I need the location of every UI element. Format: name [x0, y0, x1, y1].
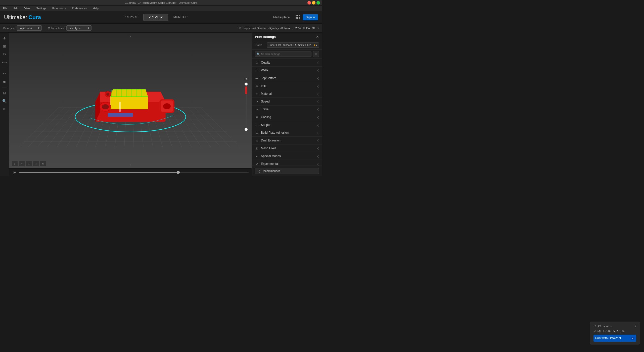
view-type-label: View type [3, 27, 15, 30]
menu-edit[interactable]: Edit [13, 6, 19, 10]
corner-icon-layers[interactable]: ≡ [19, 161, 25, 166]
settings-section-cooling: ❄ Cooling ❮ [252, 113, 322, 121]
menu-settings[interactable]: Settings [35, 6, 47, 10]
svg-point-12 [163, 103, 171, 109]
minimize-btn[interactable] [312, 1, 315, 5]
section-icon-top-bottom: ▬ [255, 76, 259, 80]
chevron-icon-speed: ❮ [317, 100, 319, 103]
toolbar-divider-1 [45, 26, 45, 31]
on-icon: ⊕ [303, 26, 305, 30]
corner-icon-upload[interactable]: ⬆ [33, 161, 39, 166]
search-settings-input[interactable] [261, 53, 310, 56]
tool-pen[interactable]: ✏ [1, 106, 8, 113]
nav-arrow-down[interactable]: ▼ [129, 164, 132, 166]
slider-red-indicator [245, 87, 247, 94]
tool-separator-2 [2, 87, 7, 87]
off-value: Off [312, 27, 315, 30]
view-type-select[interactable]: Layer view ▾ [17, 25, 42, 31]
signin-button[interactable]: Sign in [303, 14, 318, 20]
maximize-btn[interactable] [316, 1, 320, 5]
timeline-progress-bar[interactable] [19, 172, 249, 173]
section-label-infill: Infill [261, 84, 315, 88]
chevron-left-icon: ❮ [258, 170, 260, 172]
print-bar: ⚙ Super Fast Standa...d Quality - 0.2mm … [239, 26, 319, 30]
tool-undo[interactable]: ↩ [1, 70, 8, 77]
corner-icons: ⌂ ≡ ◫ ⬆ ⚙ [12, 161, 46, 166]
settings-section-header-infill[interactable]: ◈ Infill ❮ [252, 82, 322, 90]
tab-prepare[interactable]: PREPARE [119, 14, 143, 21]
settings-section-header-cooling[interactable]: ❄ Cooling ❮ [252, 113, 322, 121]
timeline-play-btn[interactable]: ▶ [12, 170, 17, 175]
recommended-button[interactable]: ❮ Recommended [255, 168, 319, 174]
titlebar: CE3PRO_Cr Touch Mount Sprite Extruder - … [0, 0, 322, 6]
svg-point-9 [102, 104, 109, 109]
timeline-handle[interactable] [177, 171, 180, 174]
section-icon-walls: ▭ [255, 68, 259, 72]
panel-title: Print settings [255, 35, 276, 39]
tab-preview[interactable]: PREVIEW [143, 14, 168, 21]
layer-slider-track[interactable] [246, 82, 247, 132]
tab-monitor[interactable]: MONITOR [168, 14, 193, 21]
section-label-travel: Travel [261, 108, 315, 111]
settings-section-build-plate-adhesion: ⊞ Build Plate Adhesion ❮ [252, 129, 322, 137]
corner-icon-camera[interactable]: ◫ [26, 161, 32, 166]
settings-section-header-walls[interactable]: ▭ Walls ❮ [252, 67, 322, 74]
tool-scale[interactable]: ⊞ [1, 43, 8, 50]
nav-tabs: PREPARE PREVIEW MONITOR [119, 14, 193, 21]
tool-mirror[interactable]: ⟺ [1, 59, 8, 66]
tool-move[interactable]: ✛ [1, 35, 8, 42]
apps-icon[interactable] [296, 15, 300, 19]
settings-section-special-modes: ★ Special Modes ❮ [252, 152, 322, 160]
settings-section-header-travel[interactable]: ⇢ Travel ❮ [252, 106, 322, 113]
logo: Ultimaker Cura [4, 14, 41, 21]
settings-section-support: ⊥ Support ❮ [252, 121, 322, 129]
section-label-mesh-fixes: Mesh Fixes [261, 146, 315, 150]
color-scheme-select[interactable]: Line Type ▾ [66, 25, 91, 31]
marketplace-button[interactable]: Marketplace [270, 15, 293, 20]
slider-thumb-bottom[interactable] [245, 128, 248, 131]
settings-section-header-mesh-fixes[interactable]: ◎ Mesh Fixes ❮ [252, 144, 322, 152]
corner-icon-settings2[interactable]: ⚙ [40, 161, 46, 166]
settings-section-header-support[interactable]: ⊥ Support ❮ [252, 121, 322, 129]
settings-section-header-build-plate-adhesion[interactable]: ⊞ Build Plate Adhesion ❮ [252, 129, 322, 136]
color-scheme-label: Color scheme [48, 27, 65, 30]
section-icon-special-modes: ★ [255, 154, 259, 158]
corner-icon-home[interactable]: ⌂ [12, 161, 18, 166]
settings-section-infill: ◈ Infill ❮ [252, 82, 322, 90]
chevron-down-icon-3[interactable]: ▾ [317, 26, 319, 30]
settings-section-speed: ⟳ Speed ❮ [252, 98, 322, 106]
settings-section-header-quality[interactable]: ⬡ Quality ❮ [252, 59, 322, 66]
3d-model-svg [70, 74, 191, 134]
brand-ultimaker: Ultimaker [4, 14, 27, 21]
section-label-material: Material [261, 92, 315, 95]
print-settings-panel: Print settings ✕ Profile Super Fast Stan… [252, 33, 322, 176]
settings-section-header-speed[interactable]: ⟳ Speed ❮ [252, 98, 322, 105]
settings-section-header-dual-extrusion[interactable]: ⊛ Dual Extrusion ❮ [252, 137, 322, 144]
section-icon-support: ⊥ [255, 123, 259, 127]
slider-thumb-top[interactable] [245, 83, 248, 86]
menu-view[interactable]: View [23, 6, 31, 10]
filter-button[interactable]: ≡ [313, 51, 319, 57]
tool-rotate[interactable]: ↻ [1, 51, 8, 58]
menu-help[interactable]: Help [92, 6, 100, 10]
profile-select[interactable]: Super Fast Standard (LA) Sprite EX 2.0..… [267, 42, 319, 48]
print-off-bar: Off [312, 27, 315, 30]
settings-section-header-material[interactable]: ○ Material ❮ [252, 90, 322, 97]
settings-section-header-experimental[interactable]: ⚗ Experimental ❮ [252, 160, 322, 166]
print-settings-bar: ⚙ Super Fast Standa...d Quality - 0.2mm [239, 26, 290, 30]
nav-arrow-up[interactable]: ▲ [129, 35, 132, 37]
menu-extensions[interactable]: Extensions [51, 6, 67, 10]
close-btn[interactable] [307, 1, 311, 5]
tool-search[interactable]: 🔍 [1, 97, 8, 105]
settings-section-header-special-modes[interactable]: ★ Special Modes ❮ [252, 152, 322, 160]
close-panel-button[interactable]: ✕ [316, 35, 319, 39]
viewport[interactable]: 45 ▲ ▼ ⌂ ≡ ◫ ⬆ ⚙ ▶ [9, 33, 252, 176]
menu-preferences[interactable]: Preferences [71, 6, 88, 10]
tool-step[interactable]: ⏭ [1, 78, 8, 85]
chevron-icon-mesh-fixes: ❮ [317, 147, 319, 150]
settings-section-header-top-bottom[interactable]: ▬ Top/Bottom ❮ [252, 74, 322, 82]
search-input-wrap[interactable]: 🔍 [255, 52, 311, 57]
tool-arrange[interactable]: ⊠ [1, 89, 8, 96]
menu-file[interactable]: File [2, 6, 9, 10]
chevron-icon-walls: ❮ [317, 69, 319, 72]
